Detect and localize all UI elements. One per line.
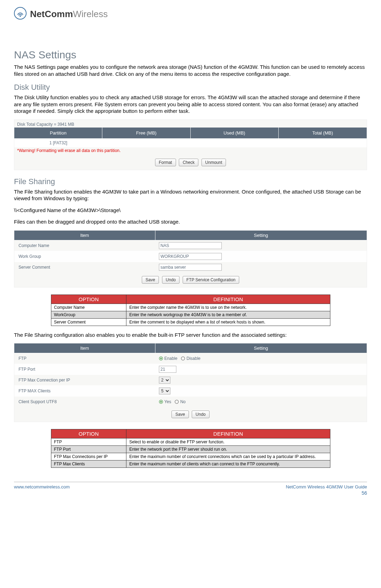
file-sharing-p2: Files can then be dragged and dropped on…: [14, 218, 367, 225]
disk-utility-heading: Disk Utility: [14, 83, 367, 92]
def-opt: Server Comment: [51, 318, 126, 326]
file-sharing-p1: The File Sharing function enables the 4G…: [14, 188, 367, 202]
cell-partition: 1 [FAT32]: [14, 138, 102, 147]
fs-col-item: Item: [14, 231, 155, 240]
def-opt: WorkGroup: [51, 311, 126, 318]
disk-capacity-label: Disk Total Capacity = 3941 MB: [14, 120, 367, 128]
def-opt: FTP Port: [51, 446, 126, 453]
ftp-col-setting: Setting: [155, 343, 367, 353]
unmount-button[interactable]: Unmount: [202, 159, 226, 166]
def-text: Enter the maximum number of concurrent c…: [126, 453, 330, 460]
ftp-config-button[interactable]: FTP Service Configuration: [183, 276, 240, 284]
fs-row-computer-name: Computer Name: [14, 240, 367, 251]
server-comment-input[interactable]: [159, 264, 222, 271]
svg-point-3: [160, 358, 162, 360]
fs-row-workgroup: Work Group: [14, 251, 367, 262]
file-sharing-heading: File Sharing: [14, 177, 367, 186]
wifi-icon: [14, 7, 27, 21]
radio-unselected-icon[interactable]: [175, 400, 179, 404]
fs-button-row: Save Undo FTP Service Configuration: [14, 273, 367, 287]
def-opt: FTP: [51, 438, 126, 446]
page-title: NAS Settings: [14, 49, 367, 61]
defs-col-option: OPTION: [51, 429, 126, 438]
ftp-maxconn-select[interactable]: 2: [159, 377, 170, 384]
defs-col-option: OPTION: [51, 295, 126, 304]
fs-label: Server Comment: [14, 262, 155, 273]
fs-save-button[interactable]: Save: [142, 276, 159, 284]
disk-utility-paragraph: The Disk Utility function enables you to…: [14, 94, 367, 115]
cell-used: [191, 138, 279, 147]
ftp-header-row: Item Setting: [14, 343, 367, 353]
disk-button-row: Format Check Unmount: [14, 155, 367, 170]
logo-text-bold: NetComm: [30, 9, 73, 20]
def-opt: FTP Max Clients: [51, 460, 126, 468]
workgroup-input[interactable]: [159, 253, 222, 260]
file-sharing-path: \\<Configured Name of the 4GM3W>\Storage…: [14, 207, 367, 214]
disk-utility-panel: Disk Total Capacity = 3941 MB Partition …: [14, 119, 367, 170]
ftp-row-maxconn: FTP Max Connection per IP 2: [14, 375, 367, 385]
svg-point-7: [175, 400, 178, 404]
def-text: Enter the computer name the 4GM3W is to …: [126, 304, 330, 311]
cell-total: [279, 138, 367, 147]
intro-paragraph: The NAS Settings page enables you to con…: [14, 64, 367, 77]
ftp-disable-label: Disable: [186, 356, 200, 361]
fs-definitions-table: OPTIONDEFINITION Computer NameEnter the …: [51, 295, 330, 326]
col-used: Used (MB): [191, 128, 279, 138]
def-text: Select to enable or disable the FTP serv…: [126, 438, 330, 446]
ftp-row-port: FTP Port: [14, 364, 367, 375]
ftp-col-item: Item: [14, 343, 155, 353]
ftp-label: FTP Port: [14, 364, 155, 375]
def-text: Enter the network port the FTP server sh…: [126, 446, 330, 453]
file-sharing-panel: Item Setting Computer Name Work Group Se…: [14, 230, 367, 288]
ftp-undo-button[interactable]: Undo: [192, 411, 210, 418]
def-text: Enter the network workgroup the 4GM3W is…: [126, 311, 330, 318]
ftp-enable-label: Enable: [164, 356, 177, 361]
ftp-port-input[interactable]: [159, 366, 176, 373]
ftp-label: Client Support UTF8: [14, 397, 155, 407]
radio-selected-icon[interactable]: [159, 356, 163, 361]
fs-undo-button[interactable]: Undo: [162, 276, 180, 284]
col-partition: Partition: [14, 128, 102, 138]
footer-title: NetComm Wireless 4GM3W User Guide: [286, 484, 367, 489]
def-text: Enter the maximum number of clients whic…: [126, 460, 330, 468]
fs-row-server-comment: Server Comment: [14, 262, 367, 273]
utf8-no-label: No: [180, 399, 185, 404]
radio-unselected-icon[interactable]: [181, 356, 185, 361]
fs-label: Work Group: [14, 251, 155, 262]
brand-logo: NetCommWireless: [14, 7, 367, 21]
fs-label: Computer Name: [14, 240, 155, 251]
page-number: 56: [14, 490, 367, 496]
def-opt: FTP Max Connections per IP: [51, 453, 126, 460]
ftp-maxclients-select[interactable]: 5: [159, 387, 170, 394]
computer-name-input[interactable]: [159, 242, 222, 249]
col-free: Free (MB): [102, 128, 190, 138]
cell-free: [102, 138, 190, 147]
defs-col-definition: DEFINITION: [126, 295, 330, 304]
ftp-row-maxclients: FTP MAX Clients 5: [14, 385, 367, 396]
svg-point-6: [160, 401, 162, 403]
ftp-button-row: Save Undo: [14, 407, 367, 422]
page-footer: www.netcommwireless.com NetComm Wireless…: [14, 482, 367, 489]
radio-selected-icon[interactable]: [159, 400, 163, 404]
svg-point-4: [181, 357, 185, 360]
footer-url: www.netcommwireless.com: [14, 484, 70, 489]
col-total: Total (MB): [279, 128, 367, 138]
ftp-intro-paragraph: The File Sharing configuration also enab…: [14, 332, 367, 339]
disk-table-row: 1 [FAT32]: [14, 138, 367, 147]
disk-table-header: Partition Free (MB) Used (MB) Total (MB): [14, 128, 367, 138]
ftp-label: FTP Max Connection per IP: [14, 375, 155, 385]
def-text: Enter the comment to be displayed when a…: [126, 318, 330, 326]
svg-point-1: [20, 15, 21, 17]
utf8-yes-label: Yes: [164, 399, 171, 404]
ftp-label: FTP MAX Clients: [14, 386, 155, 396]
ftp-row-utf8: Client Support UTF8 Yes No: [14, 396, 367, 407]
format-button[interactable]: Format: [155, 159, 176, 166]
format-warning: *Warning! Formatting will erase all data…: [14, 147, 367, 155]
check-button[interactable]: Check: [179, 159, 198, 166]
ftp-save-button[interactable]: Save: [171, 411, 189, 418]
fs-col-setting: Setting: [155, 231, 367, 240]
ftp-row-enable: FTP Enable Disable: [14, 353, 367, 364]
ftp-panel: Item Setting FTP Enable Disable FTP Port…: [14, 343, 367, 422]
fs-header-row: Item Setting: [14, 231, 367, 240]
def-opt: Computer Name: [51, 304, 126, 311]
